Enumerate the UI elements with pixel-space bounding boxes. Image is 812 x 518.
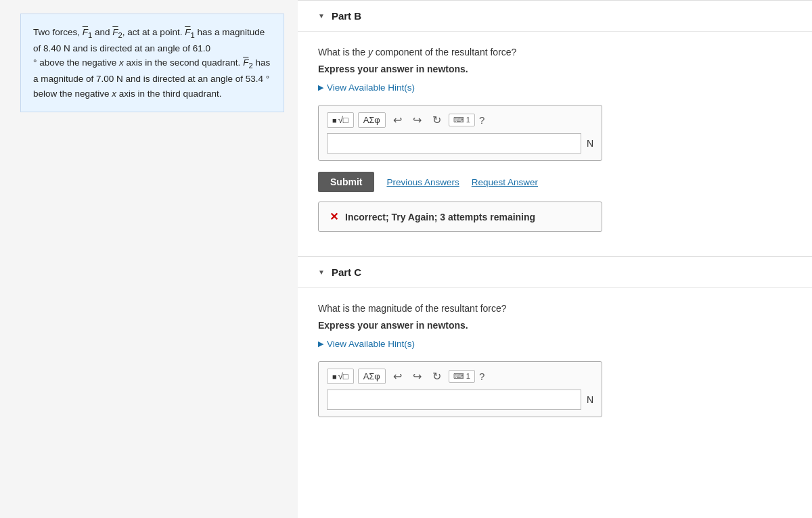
part-c-chevron-icon[interactable]: ▼: [318, 268, 325, 276]
part-c-keyboard-button[interactable]: ⌨ 1: [449, 370, 475, 383]
part-c-undo-icon: ↩: [393, 371, 402, 382]
part-b-section: ▼ Part B What is the y component of the …: [298, 0, 812, 251]
part-c-greek-button[interactable]: ΑΣφ: [358, 369, 386, 384]
part-b-redo-icon: ↪: [413, 114, 422, 126]
part-c-unit-label: N: [587, 394, 593, 405]
part-c-answer-input[interactable]: [327, 390, 581, 410]
part-b-undo-button[interactable]: ↩: [390, 112, 405, 128]
part-b-help-button[interactable]: ?: [479, 114, 484, 126]
part-c-keyboard-icon: ⌨: [453, 372, 464, 380]
part-c-sqrt-icon: ■: [332, 373, 337, 381]
part-c-hint-arrow-icon: ▶: [318, 339, 323, 348]
part-c-title: Part C: [332, 266, 361, 278]
part-b-incorrect-icon: ✕: [330, 210, 338, 223]
part-b-body: What is the y component of the resultant…: [298, 32, 812, 251]
part-b-hint-label: View Available Hint(s): [327, 83, 415, 93]
part-b-keyboard-icon: ⌨: [453, 116, 464, 124]
part-b-incorrect-box: ✕ Incorrect; Try Again; 3 attempts remai…: [318, 202, 602, 232]
part-b-toolbar: ■ √□ ΑΣφ ↩ ↪ ↻: [327, 112, 593, 128]
part-c-redo-icon: ↪: [413, 371, 422, 382]
part-b-header: ▼ Part B: [298, 1, 812, 32]
part-b-input-row: N: [327, 133, 593, 154]
part-b-greek-label: ΑΣφ: [363, 115, 380, 125]
part-c-answer-box: ■ √□ ΑΣφ ↩ ↪ ↻: [318, 361, 602, 417]
part-b-keyboard-label: 1: [466, 116, 470, 124]
part-c-instruction: Express your answer in newtons.: [318, 320, 792, 331]
part-c-reset-button[interactable]: ↻: [429, 369, 445, 384]
part-c-help-button[interactable]: ?: [479, 371, 484, 382]
left-panel: Two forces, F1 and F2, act at a point. F…: [0, 0, 298, 518]
part-c-section: ▼ Part C What is the magnitude of the re…: [298, 256, 812, 447]
part-b-redo-button[interactable]: ↪: [409, 112, 425, 128]
part-b-undo-icon: ↩: [393, 114, 402, 126]
part-c-hint-link[interactable]: ▶ View Available Hint(s): [318, 339, 792, 349]
part-b-reset-icon: ↻: [432, 114, 441, 126]
part-b-hint-arrow-icon: ▶: [318, 83, 323, 92]
part-c-question: What is the magnitude of the resultant f…: [318, 302, 792, 316]
part-c-sqrt-label: √□: [338, 371, 348, 381]
part-b-request-answer-link[interactable]: Request Answer: [472, 177, 538, 187]
part-b-sqrt-icon: ■: [332, 116, 337, 124]
part-b-incorrect-text: Incorrect; Try Again; 3 attempts remaini…: [345, 212, 535, 222]
part-b-math-button[interactable]: ■ √□: [327, 112, 354, 128]
part-b-unit-label: N: [587, 138, 593, 149]
part-c-redo-button[interactable]: ↪: [409, 369, 425, 384]
part-c-input-row: N: [327, 390, 593, 410]
part-b-keyboard-button[interactable]: ⌨ 1: [449, 114, 475, 126]
part-c-body: What is the magnitude of the resultant f…: [298, 288, 812, 447]
part-b-instruction: Express your answer in newtons.: [318, 64, 792, 74]
part-c-toolbar: ■ √□ ΑΣφ ↩ ↪ ↻: [327, 369, 593, 384]
part-c-hint-label: View Available Hint(s): [327, 339, 415, 349]
part-b-title: Part B: [332, 10, 361, 22]
part-c-help-icon: ?: [479, 371, 484, 382]
part-c-math-button[interactable]: ■ √□: [327, 369, 354, 384]
part-c-undo-button[interactable]: ↩: [390, 369, 405, 384]
problem-box: Two forces, F1 and F2, act at a point. F…: [20, 14, 284, 112]
part-c-keyboard-label: 1: [466, 372, 470, 380]
part-b-help-icon: ?: [479, 114, 484, 126]
part-b-question: What is the y component of the resultant…: [318, 45, 792, 60]
part-b-submit-button[interactable]: Submit: [318, 172, 374, 192]
part-b-answer-input[interactable]: [327, 133, 581, 154]
part-b-submit-row: Submit Previous Answers Request Answer: [318, 172, 792, 192]
part-b-hint-link[interactable]: ▶ View Available Hint(s): [318, 83, 792, 93]
part-c-header: ▼ Part C: [298, 257, 812, 288]
part-c-reset-icon: ↻: [432, 371, 441, 382]
part-b-answer-box: ■ √□ ΑΣφ ↩ ↪ ↻: [318, 105, 602, 161]
part-b-chevron-icon[interactable]: ▼: [318, 12, 325, 20]
part-b-sqrt-label: √□: [338, 115, 348, 125]
part-b-previous-answers-link[interactable]: Previous Answers: [386, 177, 459, 187]
part-b-reset-button[interactable]: ↻: [429, 112, 445, 128]
right-panel: ▼ Part B What is the y component of the …: [298, 0, 812, 518]
part-c-greek-label: ΑΣφ: [363, 371, 380, 381]
part-b-greek-button[interactable]: ΑΣφ: [358, 112, 386, 128]
